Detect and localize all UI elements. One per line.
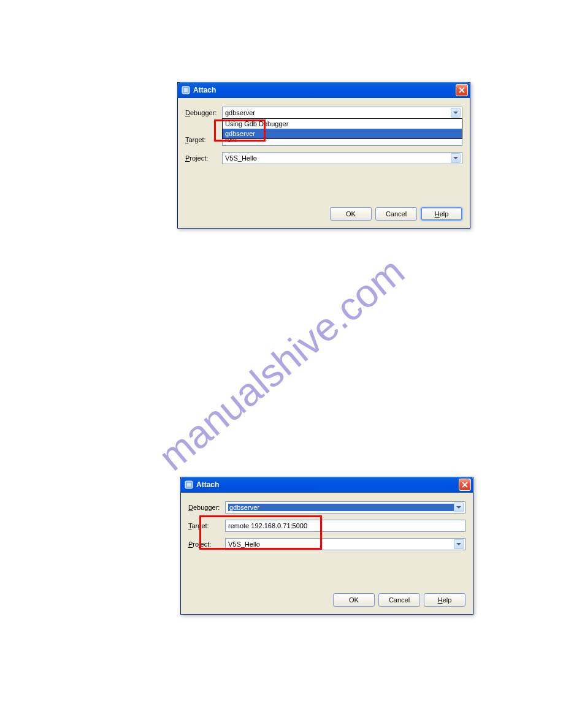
project-label: Project: <box>188 540 225 548</box>
app-icon <box>184 480 194 490</box>
project-row: Project: V5S_Hello <box>188 538 465 550</box>
cancel-button[interactable]: Cancel <box>378 593 420 607</box>
chevron-down-icon[interactable] <box>451 153 461 163</box>
dialog-body: Debugger: gdbserver Using Gdb Debugger g… <box>178 98 470 228</box>
button-row: OK Cancel Help <box>188 593 465 607</box>
debugger-value: gdbserver <box>228 504 454 511</box>
debugger-dropdown: Using Gdb Debugger gdbserver <box>222 118 462 139</box>
project-combo[interactable]: V5S_Hello <box>225 538 465 550</box>
ok-button[interactable]: OK <box>333 593 375 607</box>
dialog-body: Debugger: gdbserver Target: remote 192.1… <box>181 493 473 614</box>
project-label: Project: <box>185 154 222 162</box>
dropdown-item-gdb-debugger[interactable]: Using Gdb Debugger <box>223 119 462 129</box>
chevron-down-icon[interactable] <box>451 108 461 118</box>
attach-dialog-2: Attach Debugger: gdbserver Target: remot… <box>180 477 473 615</box>
dialog-title: Attach <box>196 480 459 489</box>
debugger-row: Debugger: gdbserver Using Gdb Debugger g… <box>185 107 462 119</box>
chevron-down-icon[interactable] <box>454 502 464 512</box>
project-combo[interactable]: V5S_Hello <box>222 152 462 164</box>
button-row: OK Cancel Help <box>185 207 462 221</box>
target-row: Target: remote 192.168.0.71:5000 <box>188 520 465 532</box>
debugger-combo[interactable]: gdbserver <box>222 107 462 119</box>
attach-dialog-1: Attach Debugger: gdbserver Using Gdb Deb… <box>177 82 470 229</box>
watermark-text: manualshive.com <box>150 249 413 480</box>
close-button[interactable] <box>459 479 471 491</box>
debugger-label: Debugger: <box>185 109 222 116</box>
titlebar[interactable]: Attach <box>180 477 473 493</box>
help-button[interactable]: Help <box>421 207 462 221</box>
project-row: Project: V5S_Hello <box>185 152 462 164</box>
cancel-button[interactable]: Cancel <box>375 207 417 221</box>
target-label: Target: <box>188 522 225 529</box>
ok-button[interactable]: OK <box>330 207 372 221</box>
debugger-label: Debugger: <box>188 504 225 511</box>
project-value: V5S_Hello <box>225 154 451 162</box>
target-label: Target: <box>185 136 222 143</box>
titlebar[interactable]: Attach <box>177 82 470 98</box>
chevron-down-icon[interactable] <box>454 539 464 549</box>
close-button[interactable] <box>456 84 468 96</box>
app-icon <box>181 85 191 95</box>
help-button[interactable]: Help <box>424 593 465 607</box>
dialog-title: Attach <box>193 86 456 94</box>
debugger-combo[interactable]: gdbserver <box>225 501 465 514</box>
svg-rect-3 <box>187 483 191 487</box>
target-input[interactable]: remote 192.168.0.71:5000 <box>225 520 465 532</box>
debugger-value: gdbserver <box>225 109 451 116</box>
dropdown-item-gdbserver[interactable]: gdbserver <box>223 129 462 138</box>
debugger-row: Debugger: gdbserver <box>188 501 465 514</box>
svg-rect-1 <box>184 88 188 92</box>
target-value: remote 192.168.0.71:5000 <box>228 522 307 529</box>
project-value: V5S_Hello <box>228 540 454 548</box>
